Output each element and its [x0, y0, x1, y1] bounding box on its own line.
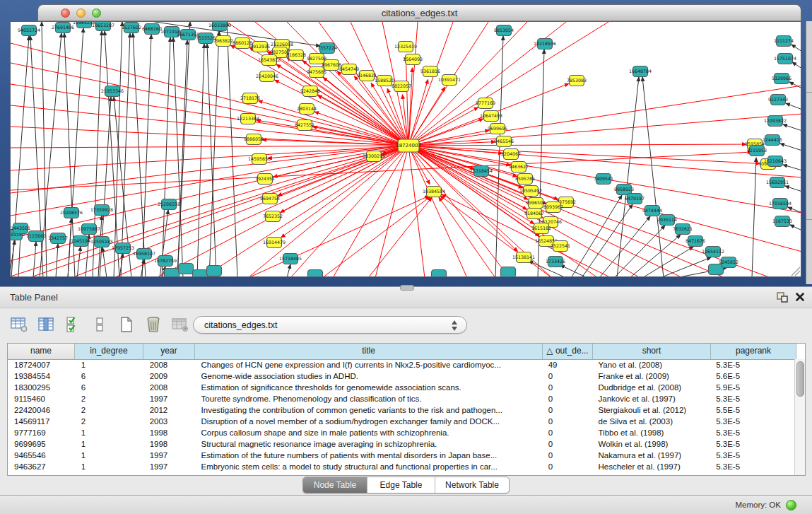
table-cell[interactable]: Stergiakouli et al. (2012)	[592, 404, 710, 416]
table-cell[interactable]: 5.3E-5	[710, 438, 795, 450]
table-cell[interactable]: Tourette syndrome. Phenomenology and cla…	[195, 393, 542, 404]
table-cell[interactable]: 5.3E-5	[710, 450, 795, 461]
tab-network-table[interactable]: Network Table	[435, 477, 509, 493]
table-cell[interactable]: 1997	[143, 393, 195, 404]
table-cell[interactable]: 2012	[143, 404, 195, 416]
column-header-year[interactable]: year	[143, 344, 195, 359]
column-header-in_degree[interactable]: in_degree	[75, 344, 143, 359]
graph-edge[interactable]	[783, 124, 801, 131]
graph-node[interactable]	[193, 270, 208, 277]
graph-edge[interactable]	[442, 194, 608, 276]
delete-table-icon[interactable]	[144, 315, 163, 334]
graph-edge[interactable]	[780, 144, 801, 151]
graph-edge[interactable]	[408, 86, 801, 146]
graph-edge[interactable]	[248, 196, 429, 276]
graph-edge[interactable]	[68, 218, 71, 276]
graph-edge[interactable]	[281, 146, 408, 238]
table-cell[interactable]: 2003	[143, 416, 195, 427]
table-cell[interactable]: 22420046	[8, 404, 75, 416]
graph-edge[interactable]	[408, 146, 683, 276]
graph-edge[interactable]	[11, 146, 408, 216]
graph-edge[interactable]	[785, 186, 801, 192]
graph-edge[interactable]	[173, 37, 183, 276]
table-cell[interactable]: 1	[75, 427, 143, 438]
column-header-title[interactable]: title	[195, 344, 543, 359]
table-cell[interactable]: 9463627	[8, 461, 75, 472]
table-cell[interactable]: 1997	[143, 450, 195, 461]
table-cell[interactable]: Investigating the contribution of common…	[195, 404, 542, 416]
graph-edge[interactable]	[752, 158, 756, 276]
select-columns-icon[interactable]	[37, 315, 55, 334]
graph-edge[interactable]	[408, 22, 527, 146]
graph-edge[interactable]	[56, 244, 58, 276]
table-cell[interactable]: Yano et al. (2008)	[592, 359, 710, 370]
graph-edge[interactable]	[11, 63, 408, 146]
resize-grip-icon[interactable]	[792, 267, 800, 276]
table-cell[interactable]: Tibbo et al. (1998)	[592, 427, 710, 438]
graph-edge[interactable]	[786, 103, 801, 110]
table-cell[interactable]: 19384554	[8, 370, 75, 382]
table-cell[interactable]: 0	[542, 427, 592, 438]
graph-edge[interactable]	[33, 242, 36, 276]
graph-edge[interactable]	[439, 197, 495, 276]
graph-edge[interactable]	[100, 97, 111, 276]
table-cell[interactable]: 0	[542, 393, 592, 404]
table-cell[interactable]: 5.3E-5	[710, 427, 795, 438]
deselect-all-icon[interactable]	[90, 315, 109, 334]
table-cell[interactable]: 1998	[143, 438, 195, 450]
graph-edge[interactable]	[408, 144, 746, 146]
table-cell[interactable]: 5.3E-5	[710, 416, 795, 427]
table-cell[interactable]: 0	[542, 382, 592, 393]
graph-node[interactable]	[207, 266, 222, 276]
table-settings-icon[interactable]	[10, 315, 28, 334]
table-row[interactable]: 977716911998Corpus callosum shape and si…	[8, 427, 795, 438]
graph-edge[interactable]	[11, 146, 408, 148]
tab-node-table[interactable]: Node Table	[303, 477, 367, 493]
table-cell[interactable]: 6	[75, 370, 143, 382]
graph-edge[interactable]	[142, 35, 151, 276]
graph-edge[interactable]	[408, 107, 478, 146]
table-cell[interactable]: 6	[75, 382, 143, 393]
table-cell[interactable]: 2	[75, 416, 143, 427]
graph-node[interactable]	[165, 269, 180, 277]
graph-node[interactable]	[501, 267, 516, 277]
table-cell[interactable]: 5.9E-5	[710, 382, 795, 393]
table-cell[interactable]: 0	[542, 461, 592, 472]
table-row[interactable]: 946554611997Estimation of the future num…	[8, 450, 795, 461]
table-cell[interactable]: 5.3E-5	[710, 461, 795, 472]
table-cell[interactable]: Dudbridge et al. (2008)	[592, 382, 710, 393]
float-panel-icon[interactable]	[777, 292, 788, 305]
table-cell[interactable]: 1	[75, 461, 143, 472]
graph-edge[interactable]	[792, 62, 801, 69]
table-row[interactable]: 2242004622012Investigating the contribut…	[8, 404, 795, 416]
new-table-icon[interactable]	[117, 315, 136, 334]
import-table-icon[interactable]	[171, 315, 189, 334]
table-cell[interactable]: Disruption of a novel member of a sodium…	[195, 416, 542, 427]
table-cell[interactable]: 9699695	[8, 438, 75, 450]
table-cell[interactable]: 1998	[143, 427, 195, 438]
table-cell[interactable]: Changes of HCN gene expression and I(f) …	[195, 359, 542, 370]
table-cell[interactable]: Hescheler et al. (1997)	[592, 461, 710, 472]
select-all-icon[interactable]	[64, 315, 82, 334]
table-cell[interactable]: 0	[542, 438, 592, 450]
graph-edge[interactable]	[790, 225, 801, 230]
graph-edge[interactable]	[560, 265, 587, 276]
graph-node[interactable]	[432, 270, 447, 277]
table-cell[interactable]: 9465546	[8, 450, 75, 461]
table-cell[interactable]: 9777169	[8, 427, 75, 438]
table-row[interactable]: 946362711997Embryonic stem cells: a mode…	[8, 461, 795, 472]
tab-edge-table[interactable]: Edge Table	[367, 477, 435, 493]
column-header-pagerank[interactable]: pagerank	[711, 344, 796, 359]
table-cell[interactable]: 0	[542, 450, 592, 461]
graph-edge[interactable]	[114, 22, 122, 276]
table-row[interactable]: 969969511998Structural magnetic resonanc…	[8, 438, 795, 450]
graph-edge[interactable]	[177, 22, 190, 276]
table-cell[interactable]: 18724007	[8, 359, 75, 370]
table-selector-dropdown[interactable]: citations_edges.txt	[193, 316, 467, 334]
table-cell[interactable]: 18300295	[8, 382, 75, 393]
table-cell[interactable]: 9115460	[8, 393, 75, 404]
column-header-name[interactable]: name	[8, 344, 75, 359]
graph-edge[interactable]	[375, 146, 408, 276]
graph-edge[interactable]	[783, 165, 801, 170]
table-row[interactable]: 1938455462009Genome-wide association stu…	[8, 370, 795, 382]
